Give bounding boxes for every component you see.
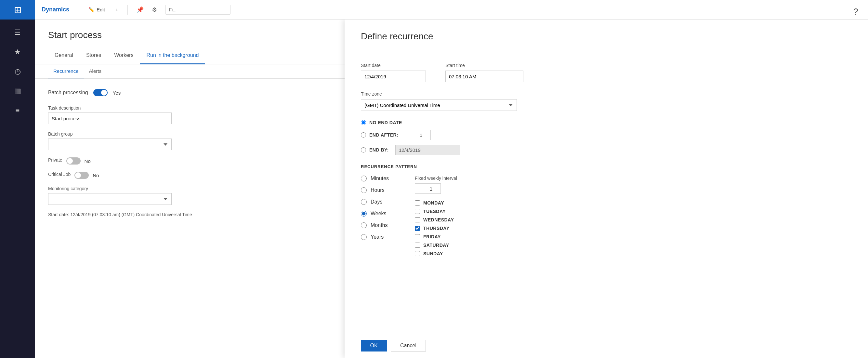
- cancel-button[interactable]: Cancel: [391, 340, 426, 352]
- new-button[interactable]: +: [113, 5, 121, 14]
- day-monday-checkbox[interactable]: [415, 200, 420, 206]
- subtab-alerts[interactable]: Alerts: [84, 64, 106, 78]
- critical-job-toggle-knob: [75, 172, 81, 178]
- batch-processing-value: Yes: [113, 90, 121, 96]
- main-area: Dynamics ✏️ Edit + 📌 ⚙ ← 📌 Ho Prep: [35, 0, 868, 358]
- day-tuesday-label[interactable]: TUESDAY: [415, 209, 457, 214]
- pattern-days-label[interactable]: Days: [361, 199, 389, 205]
- pattern-years-text: Years: [371, 234, 383, 240]
- edit-icon: ✏️: [88, 7, 95, 13]
- critical-job-toggle[interactable]: [74, 172, 89, 179]
- task-description-input[interactable]: [48, 113, 172, 124]
- fixed-weekly-input[interactable]: [415, 183, 441, 194]
- sidebar-icon-list: ☰ ★ ◷ ▦ ≡: [0, 20, 35, 120]
- day-thursday-label[interactable]: THURSDAY: [415, 226, 457, 231]
- day-monday-label[interactable]: MONDAY: [415, 200, 457, 206]
- day-tuesday-checkbox[interactable]: [415, 209, 420, 214]
- day-sunday-label[interactable]: SUNDAY: [415, 251, 457, 256]
- end-by-input[interactable]: [395, 145, 460, 155]
- time-zone-row: Time zone (GMT) Coordinated Universal Ti…: [361, 91, 852, 111]
- day-thursday-text: THURSDAY: [423, 226, 450, 231]
- day-wednesday-label[interactable]: WEDNESDAY: [415, 217, 457, 222]
- subtab-recurrence[interactable]: Recurrence: [48, 64, 84, 78]
- private-row: Private No: [48, 157, 367, 165]
- edit-button[interactable]: ✏️ Edit: [86, 5, 107, 14]
- batch-processing-label: Batch processing: [48, 90, 88, 96]
- no-end-date-text: NO END DATE: [369, 120, 402, 125]
- pattern-years-label[interactable]: Years: [361, 234, 389, 240]
- pattern-hours-label[interactable]: Hours: [361, 187, 389, 193]
- day-saturday-text: SATURDAY: [423, 243, 449, 248]
- modal-overlay: Start process General Stores Workers Run…: [35, 20, 868, 358]
- sidebar-icon-home[interactable]: ☰: [0, 23, 35, 42]
- end-by-radio-label[interactable]: END BY:: [361, 147, 389, 152]
- day-wednesday-checkbox[interactable]: [415, 217, 420, 222]
- pattern-weeks-text: Weeks: [371, 211, 386, 216]
- day-monday-text: MONDAY: [423, 200, 444, 206]
- pattern-months-radio[interactable]: [361, 222, 367, 228]
- monitoring-category-select[interactable]: [48, 193, 172, 205]
- search-input[interactable]: [165, 5, 230, 14]
- day-thursday-checkbox[interactable]: [415, 226, 420, 231]
- tab-run-background[interactable]: Run in the background: [140, 47, 205, 64]
- sidebar-icon-list[interactable]: ≡: [0, 101, 35, 120]
- batch-processing-toggle[interactable]: [93, 89, 107, 96]
- critical-job-row: Critical Job No: [48, 172, 367, 179]
- monitoring-category-label: Monitoring category: [48, 186, 367, 191]
- help-icon[interactable]: ?: [853, 6, 858, 17]
- pattern-months-label[interactable]: Months: [361, 222, 389, 228]
- tab-workers[interactable]: Workers: [107, 47, 140, 64]
- pattern-days-radio[interactable]: [361, 199, 367, 205]
- sidebar-icon-favorites[interactable]: ★: [0, 42, 35, 62]
- sidebar-icon-recent[interactable]: ◷: [0, 62, 35, 81]
- pattern-weeks-radio[interactable]: [361, 211, 367, 216]
- tab-general[interactable]: General: [48, 47, 80, 64]
- start-time-field: Start time: [445, 63, 523, 82]
- day-friday-label[interactable]: FRIDAY: [415, 234, 457, 239]
- day-saturday-label[interactable]: SATURDAY: [415, 243, 457, 248]
- top-divider2: [127, 5, 128, 14]
- dialog-tabs: General Stores Workers Run in the backgr…: [35, 47, 380, 64]
- filter-icon[interactable]: ⚙: [149, 4, 160, 16]
- start-process-dialog: Start process General Stores Workers Run…: [35, 20, 380, 358]
- pattern-minutes-text: Minutes: [371, 176, 389, 181]
- pattern-minutes-radio[interactable]: [361, 176, 367, 181]
- private-label: Private: [48, 157, 62, 162]
- start-date-input[interactable]: [361, 70, 426, 82]
- end-after-radio[interactable]: [361, 132, 366, 138]
- private-toggle[interactable]: [66, 157, 81, 165]
- top-bar: Dynamics ✏️ Edit + 📌 ⚙: [35, 0, 868, 20]
- pattern-minutes-label[interactable]: Minutes: [361, 176, 389, 181]
- time-zone-select[interactable]: (GMT) Coordinated Universal Time: [361, 99, 517, 111]
- end-by-radio[interactable]: [361, 147, 366, 152]
- dialog-subtabs: Recurrence Alerts: [35, 64, 380, 79]
- tab-stores[interactable]: Stores: [80, 47, 107, 64]
- day-sunday-checkbox[interactable]: [415, 251, 420, 256]
- end-after-input[interactable]: [405, 130, 431, 140]
- day-friday-checkbox[interactable]: [415, 234, 420, 239]
- no-end-date-radio[interactable]: [361, 120, 366, 125]
- app-logo[interactable]: ⊞: [0, 0, 35, 20]
- task-description-label: Task description: [48, 106, 367, 111]
- end-section: NO END DATE END AFTER:: [361, 120, 852, 155]
- top-icon-group: 📌 ⚙: [134, 4, 160, 16]
- batch-group-select[interactable]: [48, 139, 172, 150]
- monitoring-category-row: Monitoring category: [48, 186, 367, 205]
- ok-button[interactable]: OK: [361, 340, 387, 352]
- day-wednesday-text: WEDNESDAY: [423, 217, 454, 222]
- day-saturday-checkbox[interactable]: [415, 243, 420, 248]
- no-end-date-radio-label[interactable]: NO END DATE: [361, 120, 402, 125]
- pattern-weeks-label[interactable]: Weeks: [361, 211, 389, 216]
- recurrence-title: Define recurrence: [345, 20, 868, 51]
- top-divider: [79, 5, 79, 14]
- start-time-input[interactable]: [445, 70, 523, 82]
- content-area: ← 📌 Ho Prep Mo Gene Up Upda Start proces…: [35, 20, 868, 358]
- pattern-years-radio[interactable]: [361, 234, 367, 240]
- end-after-radio-label[interactable]: END AFTER:: [361, 132, 398, 138]
- start-time-label: Start time: [445, 63, 523, 68]
- pattern-hours-radio[interactable]: [361, 187, 367, 193]
- pin-icon[interactable]: 📌: [134, 4, 146, 16]
- batch-group-row: Batch group: [48, 131, 367, 150]
- sidebar-icon-modules[interactable]: ▦: [0, 81, 35, 101]
- start-date-time-row: Start date Start time: [361, 63, 852, 82]
